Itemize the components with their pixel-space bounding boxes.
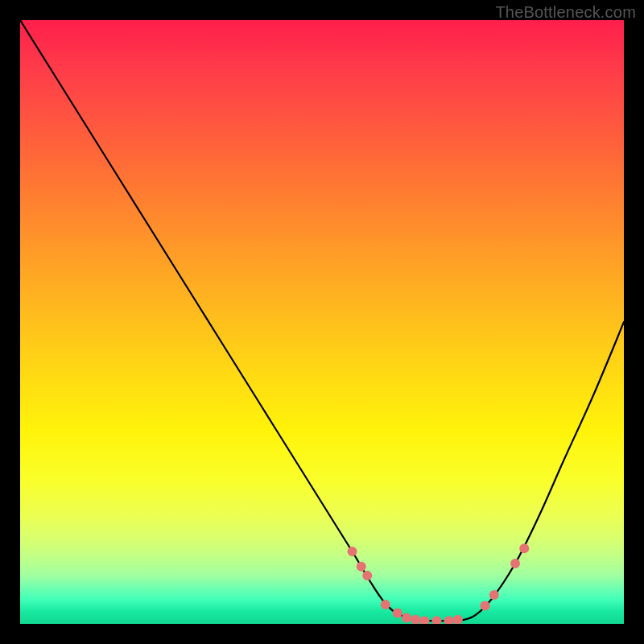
curve-marker: [481, 601, 490, 611]
curve-layer: [20, 20, 624, 624]
chart-frame: TheBottleneck.com: [0, 0, 644, 644]
curve-marker: [453, 615, 463, 624]
plot-area: [20, 20, 624, 624]
curve-marker: [444, 616, 454, 624]
curve-marker: [411, 615, 420, 624]
curve-marker: [357, 562, 366, 572]
curve-marker: [348, 547, 357, 556]
watermark-text: TheBottleneck.com: [495, 3, 636, 22]
curve-marker: [519, 543, 529, 553]
curve-marker: [393, 609, 402, 618]
curve-marker: [420, 616, 430, 624]
curve-marker: [402, 613, 411, 623]
curve-marker: [489, 590, 499, 600]
bottleneck-curve: [20, 20, 624, 621]
curve-marker: [510, 559, 520, 568]
curve-marker: [381, 600, 390, 609]
curve-marker: [362, 571, 372, 580]
curve-marker: [432, 616, 442, 624]
